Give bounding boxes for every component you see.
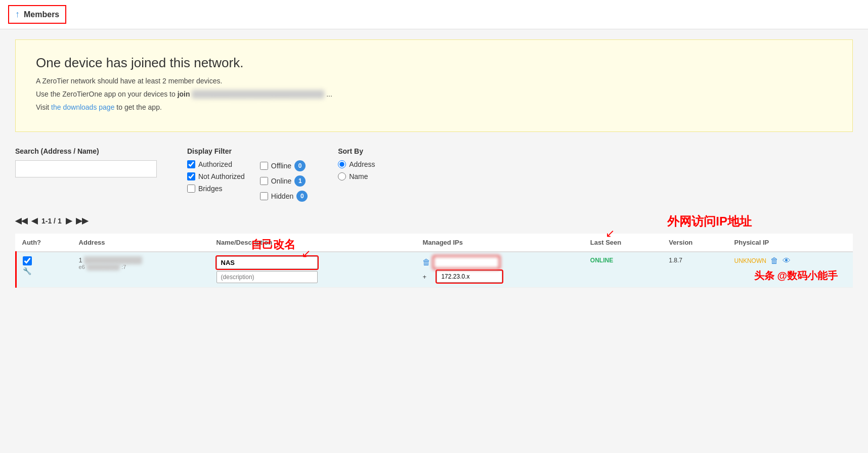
display-filter-cols: Authorized Not Authorized Bridges Offlin… [187, 160, 308, 206]
delete-icon[interactable]: 🗑 [770, 256, 778, 265]
filter-online: Online 1 [260, 175, 308, 187]
header-title: Members [24, 10, 59, 19]
network-id-blurred: ██████████████████████████ [192, 90, 324, 98]
pagination: ◀◀ ◀ 1-1 / 1 ▶ ▶▶ [15, 216, 853, 225]
footer-note: 头条 @数码小能手 [754, 269, 838, 283]
name-cell [216, 256, 411, 283]
sort-address: Address [338, 160, 375, 168]
address-sub-suffix: :7 [121, 264, 126, 270]
arrow-up-icon: ↑ [15, 9, 20, 20]
col-version: Version [663, 234, 728, 252]
pagination-info: 1-1 / 1 [41, 217, 62, 225]
hidden-checkbox[interactable] [260, 192, 268, 200]
ip-row: 🗑 [422, 256, 578, 268]
sort-address-radio[interactable] [338, 160, 346, 168]
address-blurred: ████████████ [84, 256, 142, 264]
unknown-text: UNKNOWN [734, 257, 766, 264]
last-seen-cell: ONLINE [584, 252, 663, 288]
bridges-checkbox[interactable] [187, 185, 195, 193]
search-input[interactable] [15, 160, 157, 177]
managed-ip-input-2[interactable] [437, 270, 502, 283]
next-btn[interactable]: ▶ [66, 216, 72, 225]
address-sub-text: e6 [79, 264, 85, 270]
filter-col-2: Offline 0 Online 1 Hidden 0 [260, 160, 308, 206]
display-filter-group: Display Filter Authorized Not Authorized… [187, 147, 308, 206]
join-keyword: join [178, 90, 190, 98]
notice-box: One device has joined this network. A Ze… [15, 39, 853, 132]
address-cell: 1 ████████████ e6 ████████ :7 [73, 252, 210, 288]
hidden-badge: 0 [296, 191, 308, 202]
online-checkbox[interactable] [260, 177, 268, 185]
filters-section: Search (Address / Name) Display Filter A… [15, 147, 853, 206]
header: ↑ Members [0, 0, 868, 29]
managed-ips-cell: 🗑 + ↙ [416, 252, 584, 288]
col-managed-ips: Managed IPs [416, 234, 584, 252]
main-content: One device has joined this network. A Ze… [0, 29, 868, 298]
notice-sub1: A ZeroTier network should have at least … [36, 77, 832, 85]
col-auth: Auth? [16, 234, 73, 252]
notice-heading: One device has joined this network. [36, 55, 832, 71]
version-text: 1.8.7 [669, 257, 682, 264]
table-outer-wrapper: 外网访问IP地址 Auth? Address Name/Description … [15, 234, 853, 288]
ip-row-2: + [422, 270, 578, 283]
auth-cell-checkbox[interactable] [23, 256, 32, 265]
cn-annotation-name: 自己改名 [251, 237, 295, 252]
hidden-label: Hidden [271, 192, 293, 200]
version-cell: 1.8.7 [663, 252, 728, 288]
members-table: Auth? Address Name/Description Managed I… [15, 234, 853, 288]
members-title[interactable]: ↑ Members [8, 5, 66, 24]
address-main-text: 1 [79, 256, 82, 264]
col-physical-ip: Physical IP [728, 234, 853, 252]
address-sub-blurred: ████████ [86, 264, 120, 270]
name-description-cell: 自己改名 ↙ [210, 252, 417, 288]
table-header-row: Auth? Address Name/Description Managed I… [16, 234, 853, 252]
description-input[interactable] [216, 271, 318, 283]
arrow-ip: ↙ [605, 227, 615, 240]
filter-bridges: Bridges [187, 185, 245, 193]
prev-btn[interactable]: ◀ [31, 216, 37, 225]
online-label: Online [271, 177, 291, 185]
col-name: Name/Description [210, 234, 417, 252]
status-online: ONLINE [590, 257, 613, 264]
wrench-icon[interactable]: 🔧 [23, 267, 31, 275]
filter-offline: Offline 0 [260, 160, 308, 171]
col-last-seen: Last Seen [584, 234, 663, 252]
managed-ips: 🗑 + [422, 256, 578, 283]
table-row: 🔧 1 ████████████ e6 ████████ :7 [16, 252, 853, 288]
filter-not-authorized: Not Authorized [187, 172, 245, 180]
auth-cell: 🔧 [16, 252, 73, 288]
next-next-btn[interactable]: ▶▶ [76, 216, 88, 225]
sort-name-radio[interactable] [338, 172, 346, 180]
offline-checkbox[interactable] [260, 162, 268, 170]
prev-prev-btn[interactable]: ◀◀ [15, 216, 27, 225]
managed-ip-input[interactable] [433, 256, 499, 268]
offline-label: Offline [271, 162, 291, 170]
authorized-label: Authorized [198, 160, 232, 168]
bridges-label: Bridges [198, 185, 222, 193]
search-label: Search (Address / Name) [15, 147, 157, 155]
filter-hidden: Hidden 0 [260, 191, 308, 202]
not-authorized-checkbox[interactable] [187, 172, 195, 180]
sort-name: Name [338, 172, 375, 180]
not-authorized-label: Not Authorized [198, 172, 245, 180]
ip-spacer: + [422, 273, 433, 281]
ip-trash-icon[interactable]: 🗑 [422, 258, 430, 267]
table-wrapper: Auth? Address Name/Description Managed I… [15, 234, 853, 288]
sort-name-label: Name [349, 172, 368, 180]
online-badge: 1 [294, 175, 306, 187]
downloads-link[interactable]: the downloads page [51, 103, 114, 111]
search-group: Search (Address / Name) [15, 147, 157, 177]
sort-address-label: Address [349, 160, 375, 168]
authorized-checkbox[interactable] [187, 160, 195, 168]
display-filter-label: Display Filter [187, 147, 308, 155]
address-main: 1 ████████████ [79, 256, 204, 264]
sort-by-group: Sort By Address Name [338, 147, 375, 185]
table-body: 🔧 1 ████████████ e6 ████████ :7 [16, 252, 853, 288]
physical-ip-actions: UNKNOWN 🗑 👁 [734, 256, 847, 265]
sort-by-label: Sort By [338, 147, 375, 155]
arrow-name: ↙ [301, 247, 311, 260]
table-head: Auth? Address Name/Description Managed I… [16, 234, 853, 252]
filter-col-1: Authorized Not Authorized Bridges [187, 160, 245, 206]
eye-icon[interactable]: 👁 [783, 256, 791, 265]
address-sub: e6 ████████ :7 [79, 264, 204, 270]
